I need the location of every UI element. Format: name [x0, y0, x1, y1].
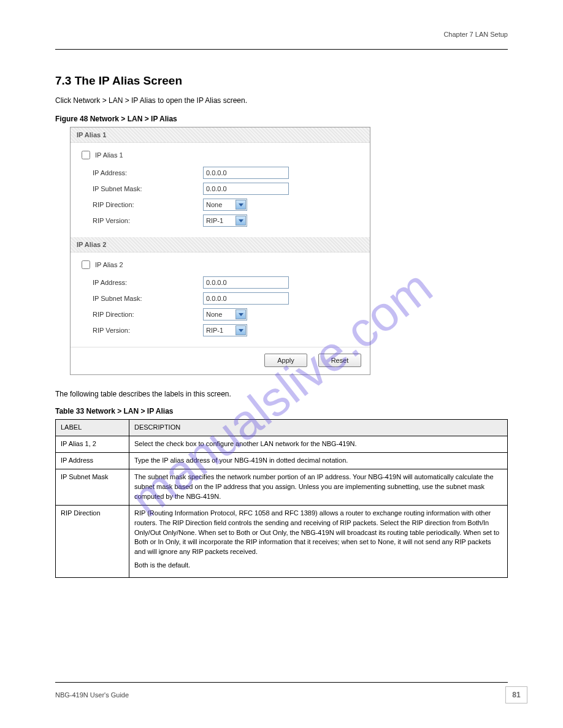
alias2-header: IP Alias 2 — [71, 237, 370, 252]
chapter-line: Chapter 7 LAN Setup — [55, 31, 508, 38]
alias1-ripd-value: None — [206, 201, 222, 208]
bottom-rule — [55, 682, 508, 683]
alias1-ripv-value: RIP-1 — [206, 217, 223, 224]
figure-caption: Figure 48 Network > LAN > IP Alias — [55, 115, 508, 123]
cell-desc: Select the check box to configure anothe… — [129, 436, 508, 452]
alias2-ripv-select[interactable]: RIP-1 — [203, 324, 247, 336]
table-head-desc: DESCRIPTION — [129, 420, 508, 436]
footer-left: NBG-419N User's Guide — [55, 691, 129, 699]
chevron-down-icon — [236, 325, 246, 335]
alias2-ip-input[interactable] — [203, 276, 289, 289]
table-row: IP Subnet Mask The subnet mask specifies… — [56, 469, 508, 505]
page-number: 81 — [505, 686, 527, 703]
reset-button[interactable]: Reset — [318, 354, 361, 367]
cell-desc-p2: Both is the default. — [134, 561, 502, 571]
table-caption: Table 33 Network > LAN > IP Alias — [55, 407, 508, 415]
alias2-ripd-select[interactable]: None — [203, 308, 247, 320]
alias1-ip-label: IP Address: — [93, 169, 203, 176]
intro-text: Click Network > LAN > IP Alias to open t… — [55, 95, 508, 106]
page-footer: NBG-419N User's Guide — [55, 691, 508, 699]
table-intro: The following table describes the labels… — [55, 390, 508, 398]
alias1-ripd-select[interactable]: None — [203, 199, 247, 211]
alias1-ip-input[interactable] — [203, 167, 289, 179]
alias1-mask-label: IP Subnet Mask: — [93, 185, 203, 192]
section-heading: 7.3 The IP Alias Screen — [55, 74, 508, 88]
cell-label: IP Alias 1, 2 — [56, 436, 129, 452]
alias2-mask-label: IP Subnet Mask: — [93, 295, 203, 302]
alias1-checkbox-label: IP Alias 1 — [95, 151, 123, 159]
table-row: IP Address Type the IP alias address of … — [56, 452, 508, 469]
alias1-ripv-select[interactable]: RIP-1 — [203, 214, 247, 227]
alias1-checkbox[interactable] — [82, 151, 90, 159]
table-row: IP Alias 1, 2 Select the check box to co… — [56, 436, 508, 452]
chevron-down-icon — [236, 309, 246, 319]
cell-desc: The subnet mask specifies the network nu… — [129, 469, 508, 505]
alias2-checkbox[interactable] — [82, 260, 90, 269]
cell-label: RIP Direction — [56, 505, 129, 578]
table-row: RIP Direction RIP (Routing Information P… — [56, 505, 508, 578]
alias1-ripd-label: RIP Direction: — [93, 201, 203, 208]
panel-footer: Apply Reset — [71, 347, 370, 374]
alias1-ripv-label: RIP Version: — [93, 217, 203, 224]
alias2-ip-label: IP Address: — [93, 279, 203, 286]
apply-button[interactable]: Apply — [264, 354, 307, 367]
table-head-label: LABEL — [56, 420, 129, 436]
alias2-body: IP Alias 2 IP Address: IP Subnet Mask: R… — [71, 252, 370, 347]
alias2-mask-input[interactable] — [203, 292, 289, 305]
alias2-ripd-value: None — [206, 311, 222, 318]
alias2-ripv-value: RIP-1 — [206, 327, 223, 334]
cell-label: IP Subnet Mask — [56, 469, 129, 505]
alias2-ripd-label: RIP Direction: — [93, 311, 203, 318]
description-table: LABEL DESCRIPTION IP Alias 1, 2 Select t… — [55, 419, 508, 578]
cell-desc: Type the IP alias address of your NBG-41… — [129, 452, 508, 469]
cell-label: IP Address — [56, 452, 129, 469]
chevron-down-icon — [236, 216, 246, 226]
alias1-mask-input[interactable] — [203, 183, 289, 195]
chevron-down-icon — [236, 200, 246, 210]
cell-desc: RIP (Routing Information Protocol, RFC 1… — [129, 505, 508, 578]
alias1-body: IP Alias 1 IP Address: IP Subnet Mask: R… — [71, 143, 370, 237]
cell-desc-p1: RIP (Routing Information Protocol, RFC 1… — [134, 509, 502, 558]
alias2-checkbox-label: IP Alias 2 — [95, 261, 123, 268]
alias2-ripv-label: RIP Version: — [93, 327, 203, 334]
ip-alias-panel: IP Alias 1 IP Alias 1 IP Address: IP Sub… — [70, 127, 370, 375]
alias1-header: IP Alias 1 — [71, 127, 370, 143]
top-rule — [55, 49, 508, 50]
